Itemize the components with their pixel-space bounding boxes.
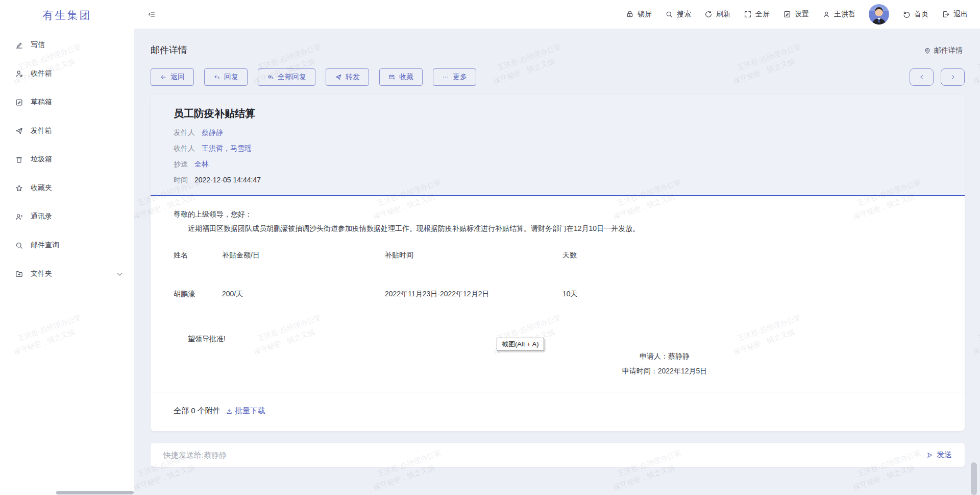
sidebar-item-outbox[interactable]: 发件箱 (0, 116, 134, 145)
sidebar-item-label: 发件箱 (31, 126, 52, 135)
reply-icon (213, 74, 220, 81)
mail-header: 员工防疫补贴结算 发件人 蔡静静 收件人 王洪哲，马雪瑶 抄送 全林 时间 20… (151, 95, 965, 195)
chevron-right-icon (949, 74, 957, 81)
folder-icon (15, 270, 23, 278)
search-button[interactable]: 搜索 (665, 10, 691, 19)
mail-cc-row: 抄送 全林 (174, 156, 942, 172)
from-value[interactable]: 蔡静静 (202, 125, 223, 140)
breadcrumb-label: 邮件详情 (934, 46, 963, 55)
back-button[interactable]: 返回 (151, 68, 194, 86)
favorite-button[interactable]: 收藏 (379, 68, 423, 86)
quick-send-bar: 发送 (151, 443, 965, 467)
lock-screen-button[interactable]: 锁屏 (626, 10, 652, 19)
more-button[interactable]: 更多 (433, 68, 476, 86)
page-header: 邮件详情 邮件详情 (151, 29, 965, 56)
back-home-icon (902, 10, 911, 18)
quick-send-input[interactable] (163, 451, 926, 459)
page-title: 邮件详情 (151, 45, 187, 55)
search-label: 搜索 (677, 10, 691, 19)
sidebar-item-label: 收件箱 (31, 69, 52, 78)
cell-days: 10天 (562, 261, 942, 299)
logout-button[interactable]: 退出 (942, 10, 968, 19)
reply-button[interactable]: 回复 (204, 68, 248, 86)
sidebar-item-folders[interactable]: 文件夹 (0, 260, 134, 288)
reply-label: 回复 (224, 73, 238, 82)
cc-value[interactable]: 全林 (194, 156, 209, 172)
current-user[interactable]: 王洪哲 (822, 10, 855, 19)
avatar[interactable] (869, 4, 889, 25)
sidebar-item-contacts[interactable]: 通讯录 (0, 202, 134, 231)
search-icon (665, 10, 673, 18)
contacts-icon (15, 213, 23, 221)
refresh-button[interactable]: 刷新 (704, 10, 730, 19)
draft-icon (15, 98, 23, 107)
sidebar-item-label: 邮件查询 (31, 241, 59, 250)
screenshot-tooltip: 截图(Alt + A) (497, 338, 544, 351)
forward-button[interactable]: 转发 (326, 68, 369, 86)
arrow-left-icon (160, 74, 167, 81)
sidebar-item-mail-search[interactable]: 邮件查询 (0, 231, 134, 260)
fullscreen-button[interactable]: 全屏 (744, 10, 770, 19)
back-label: 返回 (170, 73, 185, 82)
pencil-icon (15, 41, 23, 50)
star-icon (15, 184, 23, 193)
mail-body: 尊敬的上级领导，您好： 近期福田区数据团队成员胡鹏濠被抽调沙头街道参加疫情数据处… (151, 196, 965, 392)
home-button[interactable]: 首页 (902, 10, 928, 19)
send-plane-icon (15, 127, 23, 135)
logout-label: 退出 (953, 10, 968, 19)
sidebar-item-compose[interactable]: 写信 (0, 31, 134, 59)
apply-time-label: 申请时间： (622, 367, 658, 375)
topbar: 锁屏 搜索 刷新 全屏 设置 王洪哲 (134, 0, 980, 29)
refresh-icon (704, 10, 713, 18)
chevron-down-icon (115, 270, 124, 278)
mail-detail-card: 员工防疫补贴结算 发件人 蔡静静 收件人 王洪哲，马雪瑶 抄送 全林 时间 20… (151, 95, 965, 431)
mail-from-row: 发件人 蔡静静 (174, 125, 942, 140)
favorite-label: 收藏 (399, 73, 413, 82)
attachments-summary: 全部 0 个附件 (174, 406, 220, 416)
download-icon (226, 408, 233, 415)
mail-action-toolbar: 返回 回复 全部回复 转发 收藏 更多 (151, 68, 965, 86)
applicant-label: 申请人： (640, 352, 668, 360)
fullscreen-icon (744, 10, 752, 18)
sidebar-item-label: 草稿箱 (31, 98, 52, 107)
sidebar-item-label: 垃圾箱 (31, 155, 52, 164)
sidebar-item-favorites[interactable]: 收藏夹 (0, 174, 134, 202)
send-button[interactable]: 发送 (926, 450, 952, 460)
cell-period: 2022年11月23日-2022年12月2日 (385, 261, 562, 299)
mail-greeting: 尊敬的上级领导，您好： (174, 210, 942, 219)
location-pin-icon (924, 47, 931, 54)
table-header-amount: 补贴金额/日 (222, 250, 385, 261)
horizontal-scrollbar-thumb[interactable] (56, 491, 134, 494)
sidebar-item-label: 通讯录 (31, 212, 52, 221)
sidebar-item-drafts[interactable]: 草稿箱 (0, 88, 134, 116)
inbox-user-icon (15, 69, 23, 78)
forward-label: 转发 (346, 73, 360, 82)
trash-icon (15, 155, 23, 164)
avatar-photo-icon (869, 4, 889, 25)
sidebar-collapse-button[interactable] (148, 10, 156, 18)
sidebar-item-inbox[interactable]: 收件箱 (0, 59, 134, 88)
signature-block: 申请人：蔡静静 申请时间：2022年12月5日 (583, 349, 746, 384)
table-header-name: 姓名 (174, 250, 222, 261)
reply-all-label: 全部回复 (278, 73, 306, 82)
reply-all-button[interactable]: 全部回复 (258, 68, 315, 86)
lock-screen-label: 锁屏 (638, 10, 652, 19)
mail-to-row: 收件人 王洪哲，马雪瑶 (174, 140, 942, 156)
forward-icon (335, 74, 342, 81)
to-value[interactable]: 王洪哲，马雪瑶 (202, 140, 252, 156)
mail-pager (910, 68, 965, 86)
table-header-period: 补贴时间 (385, 250, 562, 261)
vertical-scrollbar-thumb[interactable] (971, 462, 977, 495)
previous-mail-button[interactable] (910, 68, 934, 86)
apply-time-value: 2022年12月5日 (658, 367, 707, 375)
home-label: 首页 (914, 10, 928, 19)
refresh-label: 刷新 (716, 10, 730, 19)
time-value: 2022-12-05 14:44:47 (194, 172, 261, 188)
sidebar-item-trash[interactable]: 垃圾箱 (0, 145, 134, 174)
send-triangle-icon (926, 452, 933, 459)
settings-button[interactable]: 设置 (783, 10, 809, 19)
username: 王洪哲 (834, 10, 855, 19)
mail-paragraph: 近期福田区数据团队成员胡鹏濠被抽调沙头街道参加疫情数据处理工作。现根据防疫补贴标… (174, 224, 942, 233)
next-mail-button[interactable] (941, 68, 965, 86)
batch-download-link[interactable]: 批量下载 (226, 406, 265, 416)
